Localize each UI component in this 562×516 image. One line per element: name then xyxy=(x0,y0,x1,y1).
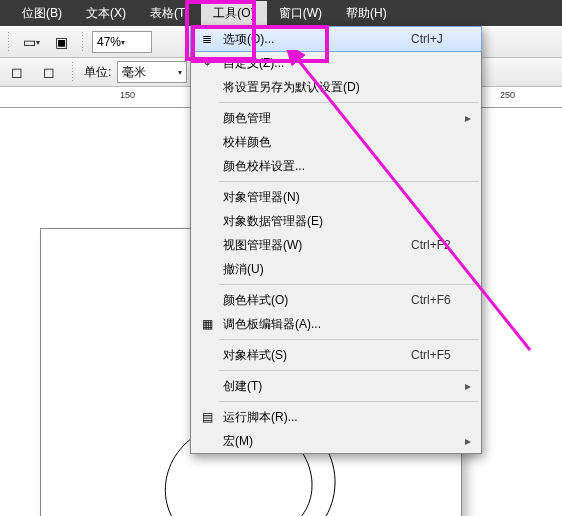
menu-item-label: 对象样式(S) xyxy=(217,347,411,364)
separator xyxy=(219,401,479,402)
menu-tools[interactable]: 工具(O) xyxy=(201,1,266,26)
menu-bitmap[interactable]: 位图(B) xyxy=(10,1,74,26)
menu-item-label: 对象管理器(N) xyxy=(217,189,471,206)
menu-window[interactable]: 窗口(W) xyxy=(267,1,334,26)
menu-item-save-defaults[interactable]: 将设置另存为默认设置(D) xyxy=(191,75,481,99)
menubar: 位图(B) 文本(X) 表格(T) 工具(O) 窗口(W) 帮助(H) xyxy=(0,0,562,26)
menu-text[interactable]: 文本(X) xyxy=(74,1,138,26)
menu-item-label: 视图管理器(W) xyxy=(217,237,411,254)
menu-item-view-manager[interactable]: 视图管理器(W) Ctrl+F2 xyxy=(191,233,481,257)
unit-select[interactable]: 毫米 ▾ xyxy=(117,61,187,83)
menu-item-label: 创建(T) xyxy=(217,378,465,395)
menu-item-shortcut: Ctrl+F6 xyxy=(411,293,471,307)
menu-table[interactable]: 表格(T) xyxy=(138,1,201,26)
menu-item-palette-editor[interactable]: ▦ 调色板编辑器(A)... xyxy=(191,312,481,336)
submenu-arrow-icon xyxy=(465,379,471,393)
menu-item-label: 自定义(Z)... xyxy=(217,55,471,72)
menu-item-label: 运行脚本(R)... xyxy=(217,409,471,426)
ruler-tick: 250 xyxy=(500,90,515,100)
submenu-arrow-icon xyxy=(465,111,471,125)
menu-item-label: 选项(O)... xyxy=(217,31,411,48)
menu-item-label: 撤消(U) xyxy=(217,261,471,278)
tools-dropdown: ≣ 选项(O)... Ctrl+J ⌖ 自定义(Z)... 将设置另存为默认设置… xyxy=(190,26,482,454)
customize-icon: ⌖ xyxy=(197,56,217,70)
menu-item-object-styles[interactable]: 对象样式(S) Ctrl+F5 xyxy=(191,343,481,367)
separator xyxy=(219,102,479,103)
page-layout-button[interactable]: ◻ xyxy=(4,59,30,85)
menu-item-label: 颜色样式(O) xyxy=(217,292,411,309)
menu-item-object-manager[interactable]: 对象管理器(N) xyxy=(191,185,481,209)
menu-item-label: 颜色校样设置... xyxy=(217,158,471,175)
separator xyxy=(219,370,479,371)
menu-item-proof-colors[interactable]: 校样颜色 xyxy=(191,130,481,154)
tool-button-fullscreen[interactable]: ▣ xyxy=(48,29,74,55)
menu-item-label: 将设置另存为默认设置(D) xyxy=(217,79,471,96)
separator xyxy=(219,284,479,285)
chevron-down-icon: ▾ xyxy=(178,68,182,77)
script-icon: ▤ xyxy=(197,410,217,424)
menu-item-color-management[interactable]: 颜色管理 xyxy=(191,106,481,130)
chevron-down-icon: ▾ xyxy=(121,38,125,47)
menu-item-label: 宏(M) xyxy=(217,433,465,450)
toolbar-grip-icon xyxy=(81,31,85,53)
ruler-tick: 150 xyxy=(120,90,135,100)
menu-item-object-data-manager[interactable]: 对象数据管理器(E) xyxy=(191,209,481,233)
toolbar-grip-icon xyxy=(7,31,11,53)
zoom-value: 47% xyxy=(97,35,121,49)
menu-item-customize[interactable]: ⌖ 自定义(Z)... xyxy=(191,51,481,75)
menu-help[interactable]: 帮助(H) xyxy=(334,1,399,26)
toolbar-grip-icon xyxy=(71,61,75,83)
unit-value: 毫米 xyxy=(122,64,146,81)
menu-item-color-styles[interactable]: 颜色样式(O) Ctrl+F6 xyxy=(191,288,481,312)
unit-label: 单位: xyxy=(84,64,111,81)
menu-item-create[interactable]: 创建(T) xyxy=(191,374,481,398)
page-layout-alt-button[interactable]: ◻ xyxy=(36,59,62,85)
tool-button-a[interactable]: ▭▾ xyxy=(18,29,44,55)
submenu-arrow-icon xyxy=(465,434,471,448)
menu-item-undo[interactable]: 撤消(U) xyxy=(191,257,481,281)
menu-item-macros[interactable]: 宏(M) xyxy=(191,429,481,453)
options-icon: ≣ xyxy=(197,32,217,46)
menu-item-label: 校样颜色 xyxy=(217,134,471,151)
separator xyxy=(219,181,479,182)
menu-item-shortcut: Ctrl+F5 xyxy=(411,348,471,362)
palette-icon: ▦ xyxy=(197,317,217,331)
menu-item-proof-settings[interactable]: 颜色校样设置... xyxy=(191,154,481,178)
menu-item-label: 对象数据管理器(E) xyxy=(217,213,471,230)
menu-item-label: 调色板编辑器(A)... xyxy=(217,316,471,333)
separator xyxy=(219,339,479,340)
menu-item-options[interactable]: ≣ 选项(O)... Ctrl+J xyxy=(190,26,482,52)
zoom-input[interactable]: 47% ▾ xyxy=(92,31,152,53)
menu-item-run-script[interactable]: ▤ 运行脚本(R)... xyxy=(191,405,481,429)
menu-item-shortcut: Ctrl+J xyxy=(411,32,471,46)
menu-item-shortcut: Ctrl+F2 xyxy=(411,238,471,252)
menu-item-label: 颜色管理 xyxy=(217,110,465,127)
